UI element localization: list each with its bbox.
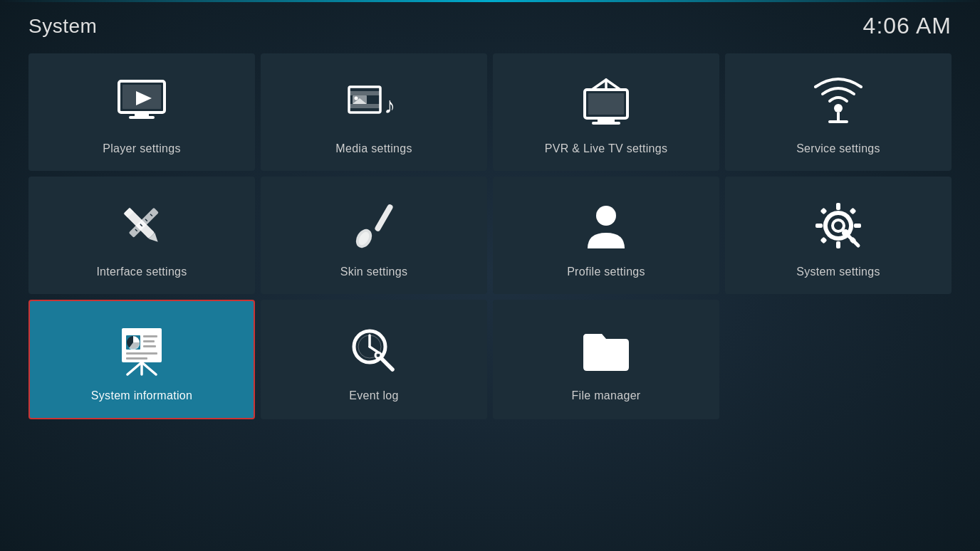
svg-rect-36 [836,203,840,210]
pvr-icon [578,74,635,131]
grid-item-system-information[interactable]: System information [28,300,255,419]
player-settings-label: Player settings [103,142,180,155]
system-settings-icon [810,197,867,254]
grid-item-event-log[interactable]: Event log [261,300,487,419]
svg-rect-17 [598,118,615,122]
system-settings-label: System settings [796,266,880,278]
svg-rect-40 [820,207,828,214]
media-settings-label: Media settings [335,142,412,155]
filemanager-icon [578,321,635,378]
svg-rect-21 [828,120,848,123]
svg-rect-54 [143,345,156,347]
svg-point-19 [834,104,843,112]
skin-settings-label: Skin settings [340,266,408,278]
grid-item-media-settings[interactable]: ♪ Media settings [261,53,487,171]
empty-cell [725,300,952,419]
svg-rect-42 [820,236,828,243]
svg-rect-38 [815,224,823,228]
svg-line-60 [370,347,378,352]
svg-line-44 [847,234,858,246]
svg-rect-53 [143,340,155,342]
file-manager-label: File manager [572,389,641,402]
svg-point-45 [842,229,849,236]
settings-grid: Player settings ♪ Media settings [0,46,980,434]
service-icon [810,74,867,131]
svg-line-46 [127,362,142,374]
interface-icon [113,197,170,254]
system-information-label: System information [91,389,192,402]
skin-icon [345,197,402,254]
grid-item-system-settings[interactable]: System settings [725,177,952,294]
svg-rect-4 [129,116,155,119]
profile-settings-label: Profile settings [567,266,645,278]
svg-rect-55 [126,352,157,355]
grid-item-pvr-settings[interactable]: PVR & Live TV settings [493,53,719,171]
grid-item-service-settings[interactable]: Service settings [725,53,952,171]
svg-rect-18 [592,122,620,125]
profile-icon [578,197,635,254]
svg-point-62 [375,352,381,358]
svg-rect-41 [850,207,857,214]
svg-line-13 [606,80,620,90]
header: System 4:06 AM [0,0,980,46]
interface-settings-label: Interface settings [96,266,187,278]
grid-item-skin-settings[interactable]: Skin settings [261,177,487,294]
svg-rect-3 [135,112,149,116]
grid-item-profile-settings[interactable]: Profile settings [493,177,719,294]
svg-text:♪: ♪ [384,93,395,118]
svg-point-9 [355,96,358,100]
grid-item-interface-settings[interactable]: Interface settings [28,177,255,294]
clock: 4:06 AM [863,13,952,39]
svg-point-35 [833,220,844,231]
svg-rect-30 [374,203,394,231]
svg-point-33 [596,206,616,226]
grid-item-player-settings[interactable]: Player settings [28,53,255,171]
svg-rect-16 [588,93,624,115]
media-icon: ♪ [345,74,402,131]
eventlog-icon [345,321,402,378]
pvr-settings-label: PVR & Live TV settings [545,142,668,155]
sysinfo-icon [113,321,170,378]
svg-line-61 [381,358,392,369]
svg-rect-39 [854,224,861,228]
player-icon [113,74,170,131]
event-log-label: Event log [349,389,398,402]
svg-rect-37 [836,241,840,248]
page-title: System [28,15,97,38]
grid-item-file-manager[interactable]: File manager [493,300,719,419]
svg-line-12 [592,80,606,90]
service-settings-label: Service settings [796,142,880,155]
svg-rect-52 [143,335,157,337]
svg-line-47 [142,362,156,374]
svg-rect-56 [126,357,147,360]
svg-rect-7 [349,104,380,108]
svg-rect-6 [349,91,380,95]
